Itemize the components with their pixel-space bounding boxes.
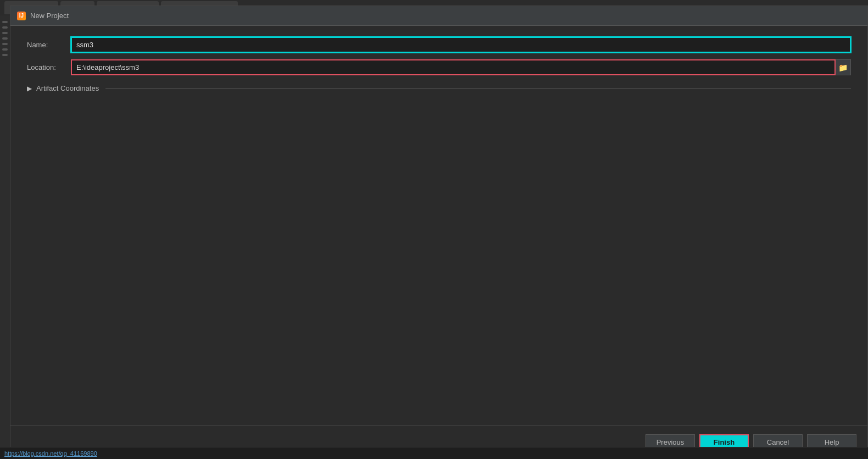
artifact-expand-icon: ▶ bbox=[27, 85, 32, 92]
sidebar-item-1 bbox=[2, 21, 8, 23]
dialog-titlebar: IJ New Project bbox=[10, 6, 867, 26]
status-url[interactable]: https://blog.csdn.net/qq_41169890 bbox=[4, 450, 97, 457]
artifact-header[interactable]: ▶ Artifact Coordinates bbox=[27, 82, 851, 95]
sidebar-item-6 bbox=[2, 48, 8, 51]
new-project-dialog: IJ New Project Name: Location: 📁 ▶ bbox=[10, 5, 868, 459]
dialog-content: Name: Location: 📁 ▶ Artifact Coordinates bbox=[10, 26, 867, 425]
name-label: Name: bbox=[27, 41, 71, 49]
name-input[interactable] bbox=[71, 37, 851, 53]
folder-icon: 📁 bbox=[838, 63, 848, 72]
browse-button[interactable]: 📁 bbox=[836, 59, 851, 75]
location-row: Location: 📁 bbox=[27, 59, 851, 75]
dialog-title: New Project bbox=[30, 12, 69, 20]
left-sidebar bbox=[0, 15, 10, 459]
artifact-divider bbox=[105, 88, 851, 89]
sidebar-item-5 bbox=[2, 43, 8, 45]
sidebar-item-7 bbox=[2, 54, 8, 56]
sidebar-item-3 bbox=[2, 32, 8, 34]
dialog-icon: IJ bbox=[17, 12, 26, 20]
sidebar-item-4 bbox=[2, 37, 8, 40]
sidebar-item-2 bbox=[2, 26, 8, 29]
name-row: Name: bbox=[27, 37, 851, 53]
location-input[interactable] bbox=[71, 59, 836, 75]
artifact-section: ▶ Artifact Coordinates bbox=[27, 82, 851, 95]
artifact-label: Artifact Coordinates bbox=[36, 84, 99, 92]
status-bar: https://blog.csdn.net/qq_41169890 bbox=[0, 447, 868, 459]
location-input-wrapper: 📁 bbox=[71, 59, 851, 75]
location-label: Location: bbox=[27, 63, 71, 71]
name-input-wrapper bbox=[71, 37, 851, 53]
